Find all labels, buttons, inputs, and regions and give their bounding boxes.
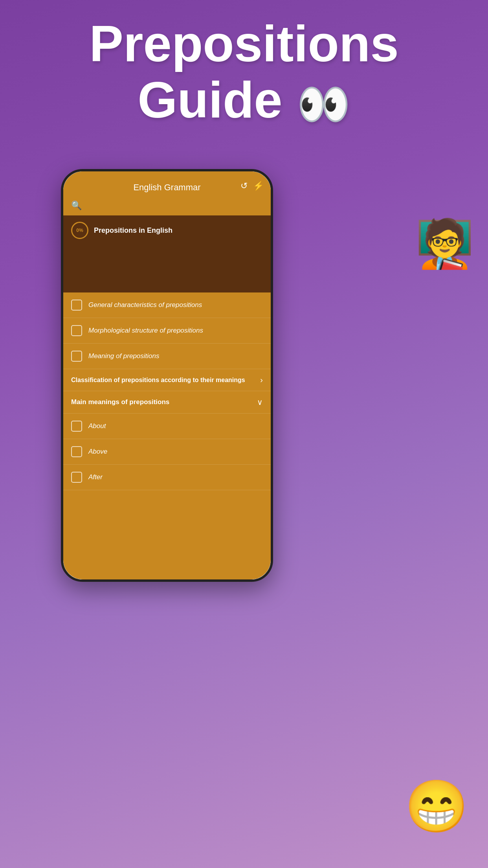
item-text-general: General characteristics of prepositions xyxy=(88,301,263,309)
app-title: English Grammar xyxy=(133,182,200,193)
search-bar: 🔍 xyxy=(63,197,271,215)
title-line1: Prepositions xyxy=(16,16,472,72)
list-item[interactable]: Morphological structure of prepositions xyxy=(63,318,271,344)
checkbox-general[interactable] xyxy=(71,300,82,311)
phone-frame: English Grammar ↺ ⚡ 🔍 0% Prepositions in… xyxy=(61,169,273,582)
list-item-above[interactable]: Above xyxy=(63,439,271,465)
dark-area xyxy=(63,245,271,292)
list-item-about[interactable]: About xyxy=(63,414,271,439)
list-item[interactable]: General characteristics of prepositions xyxy=(63,292,271,318)
checkbox-about[interactable] xyxy=(71,421,82,432)
phone-inner: English Grammar ↺ ⚡ 🔍 0% Prepositions in… xyxy=(63,171,271,579)
category-header[interactable]: Main meanings of prepositions ∨ xyxy=(63,391,271,414)
list-item-expandable[interactable]: Classification of prepositions according… xyxy=(63,369,271,391)
smiley-emoji: 😁 xyxy=(405,777,468,837)
progress-text: 0% xyxy=(76,228,83,233)
checkbox-above[interactable] xyxy=(71,446,82,457)
list-item-after[interactable]: After xyxy=(63,465,271,490)
app-header: English Grammar ↺ ⚡ xyxy=(63,171,271,197)
teacher-character: 🧑‍🏫 xyxy=(415,208,474,279)
checkbox-after[interactable] xyxy=(71,472,82,483)
item-text-morphological: Morphological structure of prepositions xyxy=(88,327,263,335)
section-title: Prepositions in English xyxy=(94,226,263,235)
search-icon: 🔍 xyxy=(71,200,82,211)
progress-circle: 0% xyxy=(71,222,88,239)
refresh-icon[interactable]: ↺ xyxy=(240,181,248,191)
eyes-emoji: 👀 xyxy=(297,80,350,128)
translate-icon[interactable]: ⚡ xyxy=(253,181,264,191)
collapse-icon[interactable]: ∨ xyxy=(257,397,263,407)
item-text-meaning: Meaning of prepositions xyxy=(88,352,263,360)
list-item[interactable]: Meaning of prepositions xyxy=(63,344,271,369)
checkbox-morphological[interactable] xyxy=(71,325,82,336)
hero-title: Prepositions Guide 👀 xyxy=(0,16,488,128)
item-text-above: Above xyxy=(88,448,263,456)
item-text-about: About xyxy=(88,422,263,430)
checkbox-meaning[interactable] xyxy=(71,351,82,362)
item-text-after: After xyxy=(88,473,263,481)
item-text-classification: Classification of prepositions according… xyxy=(71,377,254,384)
title-line2: Guide 👀 xyxy=(16,72,472,128)
section-header[interactable]: 0% Prepositions in English xyxy=(63,215,271,245)
category-title: Main meanings of prepositions xyxy=(71,398,169,406)
header-icons: ↺ ⚡ xyxy=(240,181,264,191)
chevron-icon: › xyxy=(260,375,263,384)
